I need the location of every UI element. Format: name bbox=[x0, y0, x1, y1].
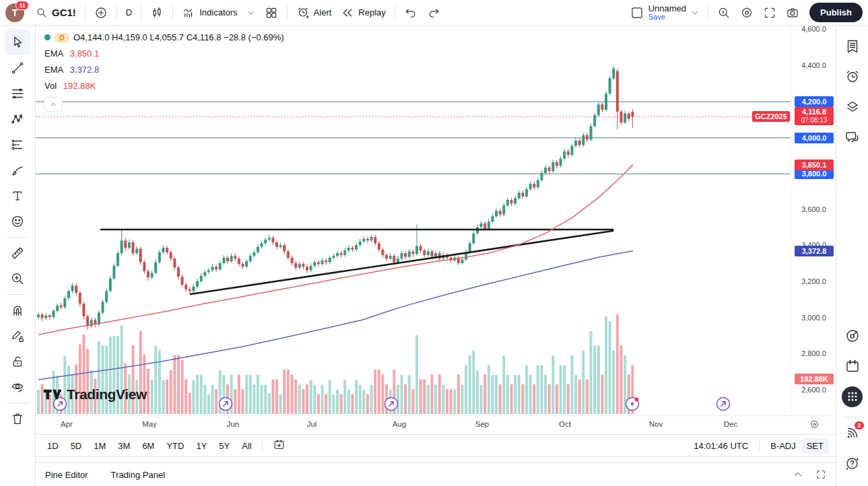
divider bbox=[395, 5, 395, 20]
range-1Y[interactable]: 1Y bbox=[191, 438, 211, 454]
redo-button[interactable] bbox=[422, 3, 445, 22]
tool-drawing-mode[interactable] bbox=[5, 323, 30, 349]
ema-label: EMA bbox=[44, 65, 63, 75]
toolbar-divider bbox=[7, 294, 28, 295]
event-arrow-icon[interactable] bbox=[717, 398, 730, 411]
price-axis[interactable]: 4,600.04,400.03,600.03,400.03,200.03,000… bbox=[791, 26, 836, 415]
divider bbox=[759, 439, 760, 452]
indicator-templates-button[interactable] bbox=[242, 6, 260, 20]
alert-button[interactable]: Alert bbox=[292, 3, 337, 22]
chart-properties-gear[interactable] bbox=[809, 419, 820, 432]
volume-bars bbox=[37, 314, 634, 414]
tool-zoom-in[interactable] bbox=[5, 266, 30, 291]
pencil-lock-icon bbox=[10, 328, 25, 343]
chevron-up-icon bbox=[50, 101, 57, 108]
event-flash-icon[interactable] bbox=[626, 398, 639, 411]
sidebar-chat[interactable] bbox=[840, 125, 865, 150]
tool-trend-line[interactable] bbox=[5, 55, 30, 81]
indicators-button[interactable]: Indicators bbox=[177, 3, 242, 22]
sidebar-watchlist[interactable] bbox=[840, 34, 865, 59]
tool-long-short-position[interactable] bbox=[5, 132, 30, 158]
sidebar-help[interactable] bbox=[840, 450, 865, 476]
user-avatar[interactable]: T 11 bbox=[5, 3, 24, 22]
tool-text[interactable] bbox=[5, 183, 30, 209]
sidebar-layers[interactable] bbox=[840, 94, 865, 120]
settings-button[interactable] bbox=[735, 3, 758, 22]
event-arrow-icon[interactable] bbox=[220, 398, 232, 411]
legend-volume[interactable]: Vol 192.88K bbox=[44, 81, 284, 91]
tool-fib-retracement[interactable] bbox=[5, 81, 30, 106]
event-arrow-icon[interactable] bbox=[385, 398, 398, 411]
month-label-Aug: Aug bbox=[393, 420, 406, 428]
month-label-Jul: Jul bbox=[307, 420, 317, 428]
right-sidebar: 2 bbox=[836, 26, 868, 486]
layers-icon bbox=[844, 99, 861, 115]
symbol-search-button[interactable]: GC1! bbox=[31, 4, 81, 22]
brush-icon bbox=[10, 163, 25, 178]
quick-search-button[interactable] bbox=[712, 3, 735, 22]
toolbar-divider bbox=[7, 237, 28, 238]
layout-name-block[interactable]: Unnamed Save bbox=[648, 4, 686, 22]
legend-ema-fast[interactable]: EMA 3,850.1 bbox=[44, 48, 284, 59]
layout-square-icon bbox=[630, 6, 644, 20]
sidebar-notifications[interactable]: 2 bbox=[840, 420, 865, 446]
ema-slow-line[interactable] bbox=[38, 251, 633, 380]
tool-xabcd-pattern[interactable] bbox=[5, 106, 30, 132]
chart-type-button[interactable] bbox=[145, 3, 168, 22]
tool-brush[interactable] bbox=[5, 158, 30, 183]
divider bbox=[172, 5, 173, 20]
range-YTD[interactable]: YTD bbox=[162, 438, 189, 454]
panel-maximize-icon[interactable] bbox=[815, 469, 826, 480]
tab-pine-editor[interactable]: Pine Editor bbox=[45, 470, 88, 480]
trendlines[interactable] bbox=[101, 230, 613, 294]
event-arrow-icon[interactable] bbox=[54, 398, 67, 411]
sidebar-apps[interactable] bbox=[840, 384, 865, 409]
range-All[interactable]: All bbox=[237, 438, 256, 454]
sidebar-alerts[interactable] bbox=[840, 64, 865, 90]
sidebar-ideas[interactable] bbox=[840, 323, 865, 349]
select-layout-button[interactable] bbox=[626, 3, 648, 22]
clock-display[interactable]: 14:01:46 UTC bbox=[694, 441, 748, 451]
chart-pane[interactable]: D O4,144.0 H4,159.0 L4,055.7 C4,116.8 −2… bbox=[36, 26, 836, 415]
tool-lock-all[interactable] bbox=[5, 349, 30, 374]
tool-cursor[interactable] bbox=[5, 30, 30, 55]
tool-magnet[interactable] bbox=[5, 298, 30, 323]
range-1D[interactable]: 1D bbox=[42, 438, 63, 454]
bottom-panel: Pine Editor Trading Panel bbox=[36, 457, 836, 486]
tool-hide-all[interactable] bbox=[5, 374, 30, 400]
range-5Y[interactable]: 5Y bbox=[214, 438, 234, 454]
tool-remove-all[interactable] bbox=[5, 406, 30, 431]
range-1M[interactable]: 1M bbox=[89, 438, 110, 454]
go-to-date-button[interactable] bbox=[268, 436, 290, 456]
undo-button[interactable] bbox=[399, 3, 422, 22]
time-axis[interactable]: AprMayJunJulAugSepOctNovDec bbox=[36, 415, 836, 434]
layout-grid-button[interactable] bbox=[260, 3, 283, 22]
range-5D[interactable]: 5D bbox=[66, 438, 87, 454]
replay-label: Replay bbox=[358, 7, 385, 18]
long-short-position-icon bbox=[10, 137, 25, 152]
replay-button[interactable]: Replay bbox=[336, 3, 390, 22]
range-6M[interactable]: 6M bbox=[137, 438, 159, 454]
interval-button[interactable]: D bbox=[121, 5, 137, 20]
fullscreen-button[interactable] bbox=[758, 3, 781, 22]
session-toggle[interactable]: SET bbox=[801, 438, 829, 454]
panel-expand-chevron-icon[interactable] bbox=[793, 469, 803, 480]
publish-button[interactable]: Publish bbox=[809, 3, 863, 22]
snapshot-button[interactable] bbox=[781, 3, 804, 22]
go-to-date-icon bbox=[273, 438, 286, 451]
range-3M[interactable]: 3M bbox=[113, 438, 135, 454]
text-tool-icon bbox=[10, 188, 25, 203]
adjustment-toggle[interactable]: B-ADJ bbox=[770, 441, 796, 451]
tab-trading-panel[interactable]: Trading Panel bbox=[111, 470, 165, 480]
line-collapse-button[interactable] bbox=[44, 97, 63, 112]
sidebar-calendar[interactable] bbox=[840, 353, 865, 379]
legend-ema-slow[interactable]: EMA 3,372.8 bbox=[44, 65, 284, 75]
save-label[interactable]: Save bbox=[648, 13, 686, 22]
layout-dropdown-button[interactable] bbox=[686, 6, 704, 20]
ema-fast-line[interactable] bbox=[38, 165, 633, 335]
tool-emoji[interactable] bbox=[5, 209, 30, 234]
compare-add-symbol-button[interactable] bbox=[90, 3, 112, 22]
ema-fast-badge: 3,850.1 bbox=[795, 160, 834, 170]
legend-main-row[interactable]: D O4,144.0 H4,159.0 L4,055.7 C4,116.8 −2… bbox=[44, 32, 284, 42]
tool-measure[interactable] bbox=[5, 240, 30, 266]
